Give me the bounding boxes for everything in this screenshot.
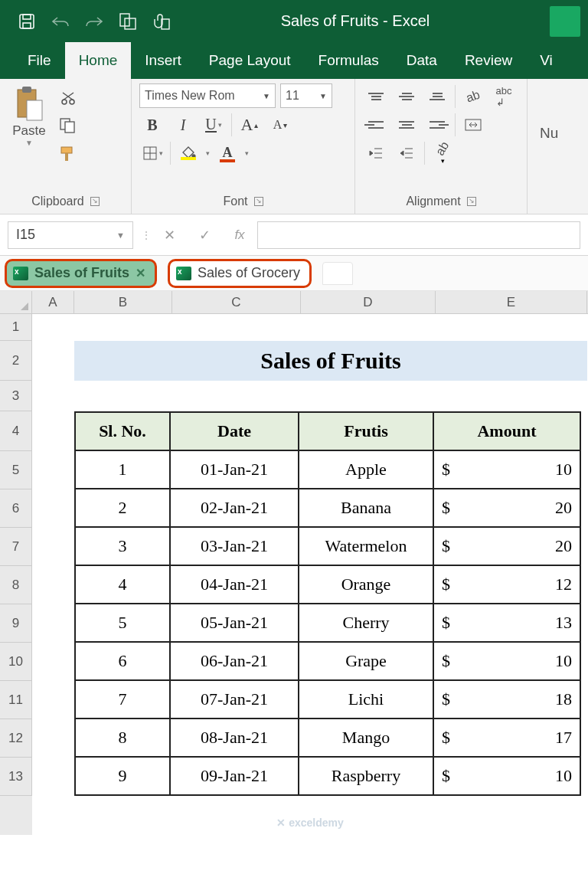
row-header[interactable]: 4 — [0, 411, 32, 451]
row-header[interactable]: 6 — [0, 489, 32, 528]
cell-amount[interactable]: $18 — [433, 680, 580, 719]
cell-fruit[interactable]: Grape — [299, 642, 433, 680]
chevron-down-icon[interactable]: ▼ — [8, 139, 51, 147]
orientation-button[interactable]: ab — [460, 85, 486, 108]
col-header-E[interactable]: E — [436, 291, 587, 313]
page-break-preview-icon[interactable] — [118, 11, 138, 31]
tab-formulas[interactable]: Formulas — [305, 42, 393, 79]
cell-date[interactable]: 04-Jan-21 — [170, 565, 299, 604]
row-header[interactable]: 1 — [0, 314, 32, 341]
row-header[interactable]: 10 — [0, 643, 32, 681]
cell-amount[interactable]: $20 — [433, 489, 580, 527]
cell-slno[interactable]: 6 — [75, 642, 170, 680]
bold-button[interactable]: B — [139, 113, 165, 136]
table-row[interactable]: 707-Jan-21Lichi$18 — [75, 680, 580, 719]
col-header-B[interactable]: B — [74, 291, 172, 313]
tab-file[interactable]: File — [14, 42, 65, 79]
cell-amount[interactable]: $10 — [433, 450, 580, 489]
cell-fruit[interactable]: Mango — [299, 719, 433, 757]
attachment-icon[interactable] — [152, 11, 172, 31]
row-header[interactable]: 3 — [0, 381, 32, 411]
workbook-tab-active[interactable]: Sales of Fruits ✕ — [5, 259, 157, 288]
table-row[interactable]: 101-Jan-21Apple$10 — [75, 450, 580, 489]
chevron-down-icon[interactable]: ▾ — [159, 149, 163, 157]
chevron-down-icon[interactable]: ▾ — [245, 149, 249, 157]
col-header-C[interactable]: C — [172, 291, 301, 313]
merge-center-button[interactable] — [460, 113, 486, 136]
cell-date[interactable]: 07-Jan-21 — [170, 680, 299, 719]
undo-icon[interactable] — [51, 11, 70, 31]
font-color-button[interactable]: A — [214, 142, 240, 165]
cell-slno[interactable]: 1 — [75, 450, 170, 489]
row-header[interactable]: 2 — [0, 341, 32, 381]
cell-fruit[interactable]: Orange — [299, 565, 433, 604]
cancel-icon[interactable]: ✕ — [152, 221, 187, 249]
cell-slno[interactable]: 8 — [75, 719, 170, 757]
chevron-down-icon[interactable]: ▾ — [206, 149, 210, 157]
shrink-font-button[interactable]: A▾ — [267, 113, 293, 136]
name-box[interactable]: I15▼ — [8, 221, 133, 249]
cell-date[interactable]: 09-Jan-21 — [170, 757, 299, 795]
tab-insert[interactable]: Insert — [131, 42, 195, 79]
redo-icon[interactable] — [84, 11, 104, 31]
underline-button[interactable]: U▾ — [201, 113, 227, 136]
save-icon[interactable] — [17, 11, 37, 31]
row-header[interactable]: 13 — [0, 758, 32, 796]
chevron-down-icon[interactable]: ▼ — [316, 92, 327, 100]
row-header[interactable]: 5 — [0, 451, 32, 489]
tab-view[interactable]: Vi — [526, 42, 567, 79]
cells-area[interactable]: Sales of Fruits Sl. No. Date Frutis Amou… — [32, 314, 588, 835]
tab-home[interactable]: Home — [65, 42, 132, 79]
cell-fruit[interactable]: Lichi — [299, 680, 433, 719]
cell-amount[interactable]: $17 — [433, 719, 580, 757]
row-header[interactable]: 12 — [0, 719, 32, 758]
tab-review[interactable]: Review — [451, 42, 526, 79]
font-dialog-icon[interactable] — [254, 197, 263, 206]
format-painter-icon[interactable] — [55, 142, 81, 165]
table-row[interactable]: 909-Jan-21Raspberry$10 — [75, 757, 580, 795]
cell-amount[interactable]: $13 — [433, 604, 580, 642]
alignment-dialog-icon[interactable] — [467, 197, 476, 206]
cell-fruit[interactable]: Banana — [299, 489, 433, 527]
copy-icon[interactable] — [55, 114, 81, 137]
grow-font-button[interactable]: A▴ — [237, 113, 263, 136]
chevron-down-icon[interactable]: ▼ — [260, 92, 270, 100]
align-left-button[interactable] — [363, 113, 389, 136]
decrease-indent-button[interactable] — [363, 142, 389, 165]
cell-fruit[interactable]: Apple — [299, 450, 433, 489]
cell-fruit[interactable]: Raspberry — [299, 757, 433, 795]
formula-input[interactable] — [257, 221, 580, 249]
cell-slno[interactable]: 9 — [75, 757, 170, 795]
col-header-A[interactable]: A — [32, 291, 74, 313]
cell-date[interactable]: 06-Jan-21 — [170, 642, 299, 680]
align-top-button[interactable] — [363, 85, 389, 108]
font-size-combo[interactable]: 11▼ — [280, 83, 332, 108]
row-header[interactable]: 11 — [0, 681, 32, 719]
row-header[interactable]: 7 — [0, 528, 32, 566]
table-row[interactable]: 606-Jan-21Grape$10 — [75, 642, 580, 680]
paste-button[interactable]: Paste ▼ — [8, 83, 51, 165]
align-middle-button[interactable] — [394, 85, 420, 108]
cell-slno[interactable]: 2 — [75, 489, 170, 527]
table-row[interactable]: 303-Jan-21Watermelon$20 — [75, 527, 580, 565]
cell-date[interactable]: 05-Jan-21 — [170, 604, 299, 642]
new-workbook-button[interactable] — [322, 262, 353, 285]
fx-icon[interactable]: fx — [222, 221, 257, 249]
select-all-corner[interactable] — [0, 291, 32, 313]
table-row[interactable]: 808-Jan-21Mango$17 — [75, 719, 580, 757]
cell-slno[interactable]: 3 — [75, 527, 170, 565]
table-row[interactable]: 505-Jan-21Cherry$13 — [75, 604, 580, 642]
tab-page-layout[interactable]: Page Layout — [195, 42, 305, 79]
align-bottom-button[interactable] — [424, 85, 450, 108]
cell-slno[interactable]: 7 — [75, 680, 170, 719]
cell-date[interactable]: 01-Jan-21 — [170, 450, 299, 489]
cell-date[interactable]: 03-Jan-21 — [170, 527, 299, 565]
chevron-down-icon[interactable]: ▾ — [218, 121, 222, 129]
row-header[interactable]: 9 — [0, 604, 32, 643]
cell-amount[interactable]: $10 — [433, 757, 580, 795]
col-header-D[interactable]: D — [301, 291, 436, 313]
increase-indent-button[interactable] — [394, 142, 420, 165]
italic-button[interactable]: I — [170, 113, 196, 136]
clipboard-dialog-icon[interactable] — [90, 197, 100, 206]
cell-fruit[interactable]: Cherry — [299, 604, 433, 642]
